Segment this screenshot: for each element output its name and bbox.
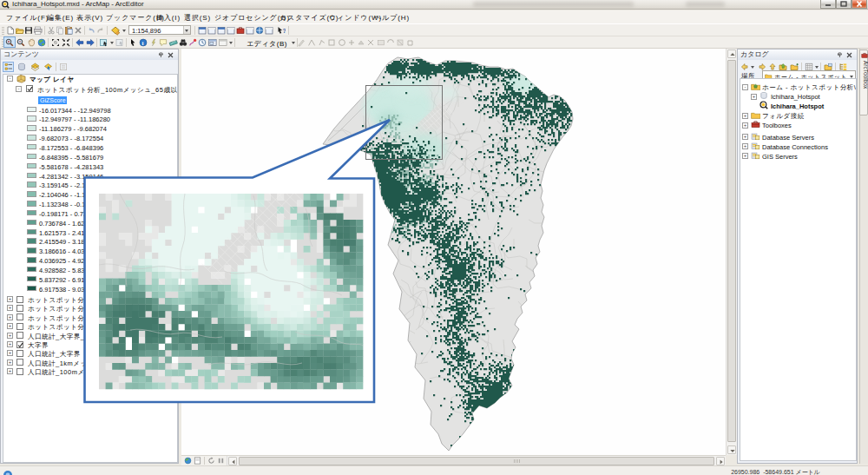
svg-text:i: i bbox=[142, 40, 144, 47]
svg-text:?: ? bbox=[283, 28, 286, 34]
